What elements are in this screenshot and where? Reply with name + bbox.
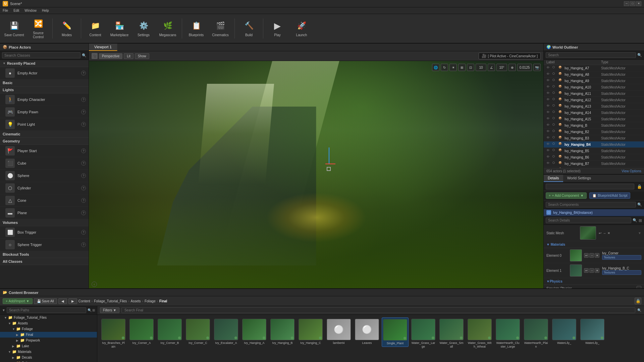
content-button[interactable]: 📁 Content: [84, 16, 107, 41]
cb-asset-item[interactable]: WaterHearth_Plain: [523, 317, 549, 350]
menu-window[interactable]: Window: [24, 9, 37, 12]
close-button[interactable]: ✕: [636, 1, 641, 6]
component-search-icon[interactable]: 🔍: [637, 202, 642, 207]
material-element0-clear[interactable]: ✕: [595, 253, 599, 258]
save-current-button[interactable]: 💾 Save Current: [3, 16, 25, 41]
details-tab-world-settings[interactable]: World Settings: [563, 175, 595, 182]
launch-button[interactable]: 🚀 Launch: [290, 16, 313, 41]
outliner-item[interactable]: 👁 ⬡ 📦 Ivy_Hanging_A12 StaticMeshActor: [544, 97, 644, 103]
cb-breadcrumb-foliage[interactable]: Foliage: [145, 299, 156, 303]
lit-button[interactable]: Lit: [124, 53, 133, 59]
details-search-input[interactable]: [546, 218, 631, 223]
cb-asset-item[interactable]: Water_Grass_With_Wheat: [466, 317, 493, 350]
actor-empty-actor[interactable]: ● Empty Actor ?: [0, 67, 89, 79]
material-element1-clear[interactable]: ✕: [595, 268, 599, 273]
cb-asset-item[interactable]: Ivy_Hanging_A: [241, 317, 268, 346]
outliner-item[interactable]: 👁 ⬡ 📦 Ivy_Hanging_A15 StaticMeshActor: [544, 116, 644, 122]
actor-empty-character[interactable]: 🚶 Empty Character ?: [0, 94, 89, 106]
modes-button[interactable]: ✏️ Modes: [55, 16, 78, 41]
actor-search-icon[interactable]: 🔍: [82, 53, 87, 58]
cb-asset-item[interactable]: Ivy_Escalator_A: [213, 317, 239, 346]
vp-icon-angle[interactable]: ∠: [488, 64, 495, 71]
outliner-item[interactable]: 👁 ⬡ 📦 Ivy_Hanging_B7 StaticMeshActor: [544, 161, 644, 167]
outliner-item[interactable]: 👁 ⬡ 📦 Ivy_Hanging_A14 StaticMeshActor: [544, 110, 644, 116]
show-button[interactable]: Show: [135, 53, 149, 59]
cb-asset-item[interactable]: Single_Plant: [382, 317, 409, 347]
outliner-item[interactable]: 👁 ⬡ 📦 Ivy_Hanging_B StaticMeshActor: [544, 122, 644, 129]
blueprints-button[interactable]: 📋 Blueprints: [185, 16, 208, 41]
component-search-input[interactable]: [546, 202, 636, 207]
empty-pawn-info[interactable]: ?: [81, 110, 86, 114]
outliner-col-label[interactable]: Label: [546, 60, 601, 64]
actor-point-light[interactable]: 💡 Point Light ?: [0, 118, 89, 131]
maximize-button[interactable]: □: [630, 1, 635, 6]
marketplace-button[interactable]: 🏪 Marketplace: [108, 16, 131, 41]
outliner-item[interactable]: 👁 ⬡ 📦 Ivy_Hanging_A13 StaticMeshActor: [544, 103, 644, 110]
perspective-button[interactable]: Perspective: [99, 53, 122, 59]
blueprint-button[interactable]: 📋 Blueprint/Add Script: [589, 192, 630, 199]
cb-asset-item[interactable]: ⚪ lambert4: [325, 317, 352, 346]
details-grid-icon[interactable]: ⊞: [639, 218, 642, 223]
cb-content-search-input[interactable]: [121, 307, 635, 313]
material-element1-browse[interactable]: ↩: [584, 268, 589, 273]
category-lights[interactable]: Lights: [0, 86, 89, 94]
megascans-button[interactable]: 🌿 Megascans: [156, 16, 179, 41]
cone-info[interactable]: ?: [81, 198, 86, 203]
cb-tree-item[interactable]: ▶ 📁 Lake: [0, 343, 97, 349]
cb-tree-item[interactable]: ▶ 📁 Final: [0, 332, 97, 338]
outliner-item[interactable]: 👁 ⬡ 📦 Ivy_Hanging_B6 StaticMeshActor: [544, 154, 644, 161]
actor-plane[interactable]: ▬ Plane ?: [0, 207, 89, 219]
cb-sidebar-filter-icon[interactable]: ⊞: [92, 308, 95, 312]
outliner-item[interactable]: 👁 ⬡ 📦 Ivy_Hanging_A10 StaticMeshActor: [544, 84, 644, 90]
cb-tree-item[interactable]: ▼ 📁 Materials: [0, 349, 97, 355]
outliner-item[interactable]: 👁 ⬡ 📦 Ivy_Hanging_B3 StaticMeshActor: [544, 135, 644, 141]
viewport-tab-1[interactable]: Viewport 1: [89, 44, 117, 51]
cb-breadcrumb-tutorial-files[interactable]: Foliage_Tutorial_Files: [94, 299, 127, 303]
category-recently-placed[interactable]: ▼ Recently Placed: [0, 60, 89, 67]
static-mesh-collapse[interactable]: ▼: [638, 231, 641, 235]
menu-help[interactable]: Help: [42, 9, 49, 12]
viewport-nav-icon[interactable]: 🎥: [92, 53, 98, 59]
grid-snap-input[interactable]: [476, 64, 486, 71]
static-mesh-nav-icon1[interactable]: ↩: [599, 231, 601, 235]
cb-asset-item[interactable]: Ivy_Corner_B: [156, 317, 183, 346]
cb-asset-item[interactable]: Ivy_Branches_Plain: [100, 317, 127, 350]
actor-cone[interactable]: △ Cone ?: [0, 194, 89, 207]
add-component-button[interactable]: + + Add Component ▼: [546, 192, 587, 199]
outliner-item[interactable]: 👁 ⬡ 📦 Ivy_Hanging_B5 StaticMeshActor: [544, 148, 644, 154]
material-element0-open[interactable]: →: [589, 253, 594, 258]
outliner-item[interactable]: 👁 ⬡ 📦 Ivy_Hanging_A8 StaticMeshActor: [544, 71, 644, 78]
cb-tree-item[interactable]: ▶ 📁 Prepwork: [0, 338, 97, 343]
play-button[interactable]: ▶ Play: [266, 16, 289, 41]
details-tab-details[interactable]: Details: [544, 175, 563, 182]
menu-edit[interactable]: Edit: [13, 9, 19, 12]
source-control-button[interactable]: 🔀 Source Control: [27, 16, 50, 41]
sphere-info[interactable]: ?: [81, 173, 86, 178]
cb-asset-item[interactable]: Water_Grass_Large: [410, 317, 437, 350]
actor-sphere[interactable]: ⚪ Sphere ?: [0, 170, 89, 182]
static-mesh-nav-icon3[interactable]: ✕: [607, 231, 610, 235]
static-mesh-nav-icon2[interactable]: →: [603, 231, 606, 235]
plane-info[interactable]: ?: [81, 210, 86, 215]
vp-icon-scale[interactable]: ⊕: [508, 64, 516, 71]
outliner-search-icon[interactable]: 🔍: [637, 53, 642, 57]
cb-filter-button[interactable]: Filters ▼: [100, 307, 119, 313]
category-blockout-tools[interactable]: Blockout Tools: [0, 251, 89, 258]
player-start-info[interactable]: ?: [81, 148, 86, 153]
menu-file[interactable]: File: [3, 9, 8, 12]
cb-sidebar-search-input[interactable]: [7, 307, 86, 313]
cb-lock-button[interactable]: 🔒: [635, 298, 641, 304]
selected-name-input[interactable]: Ivy_Hanging_B4: [546, 184, 634, 189]
viewport-bottom-icon[interactable]: i: [92, 282, 97, 287]
actor-cylinder[interactable]: ⬡ Cylinder ?: [0, 182, 89, 194]
outliner-item[interactable]: 👁 ⬡ 📦 Ivy_Hanging_B4 StaticMeshActor: [544, 141, 644, 148]
cb-asset-item[interactable]: Ivy_Corner_A: [128, 317, 155, 346]
cb-tree-item[interactable]: ▼ 📁 Foliage: [0, 326, 97, 332]
outliner-item[interactable]: 👁 ⬡ 📦 Ivy_Hanging_A9 StaticMeshActor: [544, 78, 644, 84]
empty-actor-info[interactable]: ?: [81, 71, 86, 75]
cb-asset-item[interactable]: WaterHearth_Cluster_Large: [494, 317, 521, 350]
cb-asset-item[interactable]: Water_Grass_Small: [438, 317, 465, 350]
actor-empty-pawn[interactable]: 🎮 Empty Pawn ?: [0, 106, 89, 118]
category-all-classes[interactable]: All Classes: [0, 258, 89, 265]
cb-add-import-button[interactable]: + Add/Import ▼: [3, 298, 33, 304]
